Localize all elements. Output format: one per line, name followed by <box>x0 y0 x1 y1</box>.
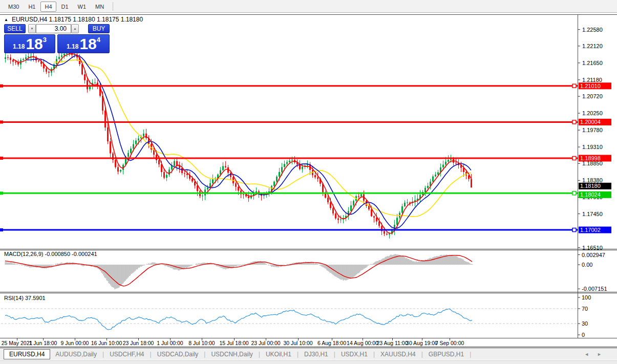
svg-text:9 Jun 00:00: 9 Jun 00:00 <box>61 340 89 346</box>
svg-text:6 Aug 18:00: 6 Aug 18:00 <box>317 340 346 346</box>
svg-text:7 Sep 00:00: 7 Sep 00:00 <box>435 340 464 346</box>
tab-divider: | <box>204 351 205 358</box>
volume-decrease-button[interactable]: ▼ <box>28 24 36 33</box>
svg-text:1.20250: 1.20250 <box>582 110 603 116</box>
svg-text:1.21010: 1.21010 <box>580 83 601 89</box>
svg-text:14 Aug 00:00: 14 Aug 00:00 <box>347 340 378 346</box>
tab-divider: | <box>373 351 375 358</box>
svg-text:15 Jul 18:00: 15 Jul 18:00 <box>219 340 248 346</box>
svg-text:25 May 2021: 25 May 2021 <box>2 340 33 346</box>
volume-input[interactable] <box>36 24 71 33</box>
svg-text:1.19780: 1.19780 <box>582 127 603 133</box>
tab-divider: | <box>259 351 260 358</box>
svg-text:1 Jun 18:00: 1 Jun 18:00 <box>29 340 57 346</box>
tab-divider: | <box>421 351 423 358</box>
svg-text:1 Jul 00:00: 1 Jul 00:00 <box>157 340 183 346</box>
buy-price-button[interactable]: 1.18 18 4 <box>57 34 110 53</box>
buy-price-sup: 4 <box>97 36 100 44</box>
svg-text:23 Jun 18:00: 23 Jun 18:00 <box>123 340 154 346</box>
svg-text:1.21650: 1.21650 <box>582 60 603 66</box>
tab-ukoil-h1[interactable]: UKOil,H1 <box>261 349 296 359</box>
buy-button[interactable]: BUY <box>88 24 110 33</box>
svg-text:0: 0 <box>582 332 585 338</box>
svg-text:1.19310: 1.19310 <box>582 144 603 150</box>
svg-text:1.17002: 1.17002 <box>580 227 601 233</box>
svg-text:1.22120: 1.22120 <box>582 43 603 49</box>
chart-canvas[interactable]: 1.225801.221201.216501.211801.207201.202… <box>0 14 617 348</box>
chart-tabs: EURUSD,H4AUDUSD,Daily|USDCHF,H4|USDCAD,D… <box>4 349 472 359</box>
spin-down-icon: ▼ <box>31 27 34 30</box>
symbol-ohlc-text: EURUSD,H4 1.18175 1.18180 1.18175 1.1818… <box>12 16 143 23</box>
toolbar-separator <box>113 2 113 11</box>
timeframe-buttons: M30H1H4D1W1MN <box>4 2 109 11</box>
svg-text:30 Aug 19:00: 30 Aug 19:00 <box>406 340 438 346</box>
svg-text:-0.007151: -0.007151 <box>582 286 607 292</box>
svg-text:1.20720: 1.20720 <box>582 93 603 99</box>
spin-up-icon: ▲ <box>74 27 77 30</box>
svg-text:1.22580: 1.22580 <box>582 27 603 33</box>
tab-scroll-right-icon[interactable]: ► <box>597 352 602 357</box>
sell-button[interactable]: SELL <box>4 24 26 33</box>
timeframe-button-h1[interactable]: H1 <box>24 2 39 12</box>
one-click-trading-panel: SELL ▼ ▲ BUY 1.18 18 3 1.18 18 4 <box>4 24 110 53</box>
buy-price-big: 18 <box>79 36 96 52</box>
tab-divider: | <box>102 351 104 358</box>
tab-divider: | <box>334 351 335 358</box>
tab-usdx-h1[interactable]: USDX,H1 <box>336 349 373 359</box>
tab-audusd-daily[interactable]: AUDUSD,Daily <box>50 349 102 359</box>
svg-text:1.17450: 1.17450 <box>582 211 603 217</box>
status-bar <box>0 360 617 364</box>
svg-text:1.18180: 1.18180 <box>580 183 601 189</box>
tab-eurusd-h4[interactable]: EURUSD,H4 <box>4 349 50 359</box>
tab-scroll-arrows: ◄ ► <box>584 352 602 357</box>
sell-price-small: 1.18 <box>13 43 25 50</box>
svg-text:1.16510: 1.16510 <box>582 245 603 251</box>
chart-tab-bar: EURUSD,H4AUDUSD,Daily|USDCHF,H4|USDCAD,D… <box>0 348 617 360</box>
sell-price-sup: 3 <box>43 36 47 44</box>
svg-text:23 Aug 11:00: 23 Aug 11:00 <box>376 340 408 346</box>
svg-text:0.002947: 0.002947 <box>582 252 605 258</box>
svg-text:1.20004: 1.20004 <box>580 119 601 125</box>
symbol-header: ▲ EURUSD,H4 1.18175 1.18180 1.18175 1.18… <box>4 16 143 23</box>
sell-price-big: 18 <box>26 36 42 52</box>
timeframe-button-h4[interactable]: H4 <box>40 2 56 12</box>
svg-text:8 Jul 10:00: 8 Jul 10:00 <box>188 340 215 346</box>
svg-text:30 Jul 10:00: 30 Jul 10:00 <box>283 340 312 346</box>
tab-divider: | <box>297 351 299 358</box>
tab-divider: | <box>470 351 471 358</box>
svg-text:1.21180: 1.21180 <box>582 77 602 83</box>
volume-increase-button[interactable]: ▲ <box>71 24 79 33</box>
tab-divider: | <box>150 351 152 358</box>
svg-text:1.18024: 1.18024 <box>580 191 601 198</box>
timeframe-button-mn[interactable]: MN <box>91 2 108 12</box>
svg-text:1.18998: 1.18998 <box>580 155 601 161</box>
svg-text:23 Jul 00:00: 23 Jul 00:00 <box>251 340 280 346</box>
tab-gbpusd-h1[interactable]: GBPUSD,H1 <box>423 349 469 359</box>
timeframe-button-d1[interactable]: D1 <box>57 2 73 12</box>
timeframe-toolbar: M30H1H4D1W1MN <box>0 0 617 13</box>
svg-text:0.00: 0.00 <box>582 262 592 268</box>
sell-price-button[interactable]: 1.18 18 3 <box>4 34 55 53</box>
tab-usdcnh-daily[interactable]: USDCNH,Daily <box>206 349 258 359</box>
timeframe-button-w1[interactable]: W1 <box>74 2 91 12</box>
svg-text:100: 100 <box>582 294 591 301</box>
timeframe-button-m30[interactable]: M30 <box>4 2 23 12</box>
tab-scroll-left-icon[interactable]: ◄ <box>584 352 589 357</box>
buy-price-small: 1.18 <box>67 43 78 50</box>
tab-usdchf-h4[interactable]: USDCHF,H4 <box>104 349 149 359</box>
tab-usdcad-daily[interactable]: USDCAD,Daily <box>152 349 204 359</box>
macd-indicator-label: MACD(12,26,9) -0.000850 -0.000241 <box>4 251 97 257</box>
rsi-indicator-label: RSI(14) 37.5901 <box>4 295 46 301</box>
svg-text:30: 30 <box>582 320 588 327</box>
svg-text:16 Jun 10:00: 16 Jun 10:00 <box>91 340 122 346</box>
tab-xauusd-h4[interactable]: XAUUSD,H4 <box>375 349 421 359</box>
svg-text:70: 70 <box>582 306 588 312</box>
tab-dj30-h1[interactable]: DJ30,H1 <box>299 349 333 359</box>
collapse-panel-icon[interactable]: ▲ <box>4 17 8 22</box>
